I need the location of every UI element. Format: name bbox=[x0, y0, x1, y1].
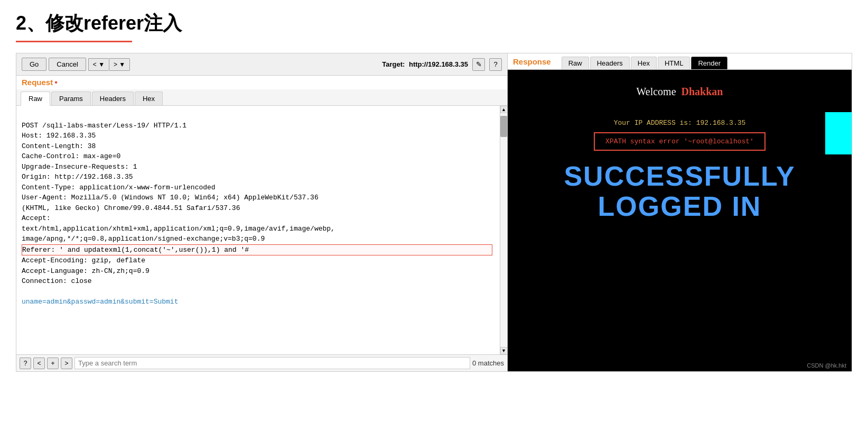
referer-line: Referer: ' and updatexml(1,concat('~',us… bbox=[22, 244, 492, 256]
tab-headers[interactable]: Headers bbox=[92, 92, 134, 105]
page-container: 2、修改referer注入 Go Cancel < ▼ > ▼ bbox=[0, 0, 868, 382]
line-blank bbox=[22, 288, 26, 296]
nav-forward-label: > ▼ bbox=[114, 61, 125, 68]
edit-target-button[interactable]: ✎ bbox=[472, 58, 485, 71]
xpath-error-text: XPATH syntax error '~root@localhost' bbox=[605, 138, 754, 145]
welcome-text: Welcome bbox=[637, 86, 676, 98]
response-tabs: Raw Headers Hex HTML Render bbox=[562, 57, 727, 69]
line-7: Content-Type: application/x-www-form-url… bbox=[22, 184, 216, 191]
search-help-button[interactable]: ? bbox=[20, 358, 31, 369]
response-tab-headers[interactable]: Headers bbox=[590, 57, 630, 69]
line-1: POST /sqli-labs-master/Less-19/ HTTP/1.1 bbox=[22, 122, 186, 130]
cancel-button[interactable]: Cancel bbox=[49, 58, 86, 71]
matches-count: 0 matches bbox=[472, 359, 504, 367]
response-content: Welcome Dhakkan Your IP ADDRESS is: 192.… bbox=[508, 70, 852, 371]
left-panel: Go Cancel < ▼ > ▼ Target: http://19 bbox=[16, 53, 508, 371]
post-body: uname=admin&passwd=admin&submit=Submit bbox=[22, 298, 178, 306]
line-15: Accept-Language: zh-CN,zh;q=0.9 bbox=[22, 267, 150, 275]
search-bar: ? < + > 0 matches bbox=[16, 354, 507, 371]
welcome-row: Welcome Dhakkan bbox=[637, 86, 723, 98]
search-add-button[interactable]: + bbox=[47, 358, 59, 369]
response-label: Response bbox=[513, 57, 551, 69]
ip-address-text: Your IP ADDRESS is: 192.168.3.35 bbox=[614, 119, 746, 127]
nav-back-button[interactable]: < ▼ bbox=[88, 58, 109, 71]
line-12: image/apng,*/*;q=0.8,application/signed-… bbox=[22, 235, 265, 243]
search-input[interactable] bbox=[74, 357, 470, 369]
line-4: Cache-Control: max-age=0 bbox=[22, 152, 120, 160]
toolbar-right: Target: http://192.168.3.35 ✎ ? bbox=[382, 58, 502, 71]
response-header-row: Response Raw Headers Hex HTML Render bbox=[508, 53, 852, 70]
target-url: http://192.168.3.35 bbox=[409, 60, 468, 68]
request-tabs: Raw Params Headers Hex bbox=[16, 89, 507, 106]
title-underline bbox=[16, 41, 132, 42]
success-line1: SUCCESSFULLY bbox=[564, 161, 795, 191]
page-title: 2、修改referer注入 bbox=[16, 11, 852, 36]
response-tab-raw[interactable]: Raw bbox=[562, 57, 589, 69]
tab-hex[interactable]: Hex bbox=[135, 92, 163, 105]
request-dot: • bbox=[54, 78, 58, 87]
nav-back-label: < ▼ bbox=[93, 61, 105, 68]
scroll-thumb[interactable] bbox=[500, 116, 507, 137]
tool-area: Go Cancel < ▼ > ▼ Target: http://19 bbox=[16, 53, 852, 372]
nav-group: < ▼ > ▼ bbox=[88, 58, 130, 71]
success-line2: LOGGED IN bbox=[564, 191, 795, 222]
response-tab-html[interactable]: HTML bbox=[658, 57, 690, 69]
response-tab-hex[interactable]: Hex bbox=[631, 57, 657, 69]
line-10: Accept: bbox=[22, 214, 51, 222]
tab-params[interactable]: Params bbox=[51, 92, 91, 105]
scroll-up-button[interactable]: ▲ bbox=[500, 106, 508, 113]
welcome-name: Dhakkan bbox=[682, 86, 723, 98]
nav-forward-button[interactable]: > ▼ bbox=[109, 58, 130, 71]
xpath-error-box: XPATH syntax error '~root@localhost' bbox=[594, 132, 766, 151]
line-8: User-Agent: Mozilla/5.0 (Windows NT 10.0… bbox=[22, 194, 319, 202]
success-text: SUCCESSFULLY LOGGED IN bbox=[564, 161, 795, 222]
tab-raw[interactable]: Raw bbox=[21, 92, 50, 106]
target-label: Target: http://192.168.3.35 bbox=[382, 60, 468, 68]
response-tab-render[interactable]: Render bbox=[691, 57, 727, 69]
watermark: CSDN @hk.hkt bbox=[807, 362, 846, 369]
cyan-decorative-block bbox=[825, 112, 852, 154]
search-next-button[interactable]: > bbox=[61, 358, 72, 369]
request-content-wrapper: POST /sqli-labs-master/Less-19/ HTTP/1.1… bbox=[16, 106, 507, 354]
line-14: Accept-Encoding: gzip, deflate bbox=[22, 257, 145, 264]
line-5: Upgrade-Insecure-Requests: 1 bbox=[22, 163, 137, 171]
right-panel: Response Raw Headers Hex HTML Render Wel… bbox=[508, 53, 852, 371]
line-11: text/html,application/xhtml+xml,applicat… bbox=[22, 225, 335, 233]
line-16: Connection: close bbox=[22, 277, 92, 285]
line-2: Host: 192.168.3.35 bbox=[22, 132, 96, 140]
search-prev-button[interactable]: < bbox=[33, 358, 45, 369]
request-scrollbar[interactable]: ▲ ▼ bbox=[500, 106, 507, 354]
line-3: Content-Length: 38 bbox=[22, 142, 96, 150]
target-label-text: Target: bbox=[382, 60, 405, 68]
help-button[interactable]: ? bbox=[489, 58, 502, 71]
go-button[interactable]: Go bbox=[22, 58, 46, 71]
request-content[interactable]: POST /sqli-labs-master/Less-19/ HTTP/1.1… bbox=[16, 106, 500, 354]
line-9: (KHTML, like Gecko) Chrome/99.0.4844.51 … bbox=[22, 204, 240, 212]
request-label: Request bbox=[22, 78, 53, 87]
line-6: Origin: http://192.168.3.35 bbox=[22, 173, 133, 181]
toolbar: Go Cancel < ▼ > ▼ Target: http://19 bbox=[16, 53, 507, 76]
scroll-down-button[interactable]: ▼ bbox=[500, 347, 508, 354]
